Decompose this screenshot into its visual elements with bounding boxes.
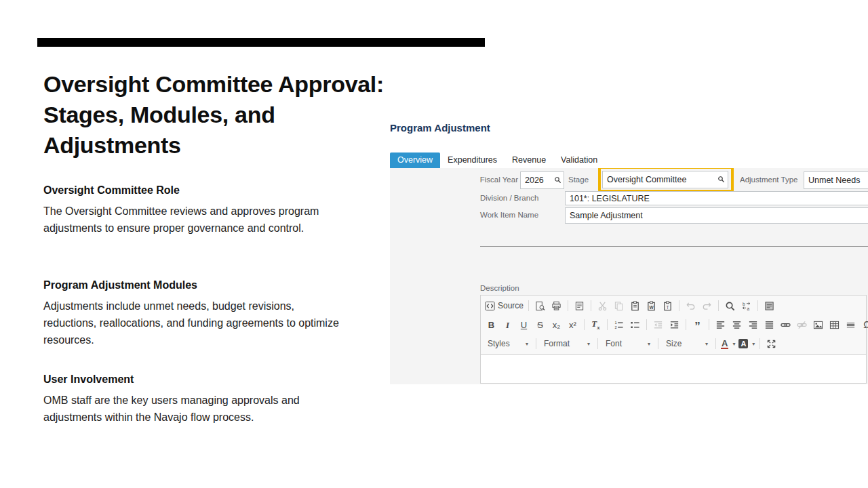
replace-button[interactable]: ba — [739, 299, 753, 312]
division-branch-label: Division / Branch — [480, 194, 538, 202]
adjustment-type-label: Adjustment Type — [740, 176, 797, 184]
find-button[interactable] — [723, 299, 737, 312]
section-oversight-committee-role: Oversight Committee Role The Oversight C… — [43, 184, 350, 237]
tab-revenue[interactable]: Revenue — [505, 152, 553, 168]
remove-format-button[interactable]: Tx — [589, 318, 603, 331]
paste-icon — [630, 301, 640, 311]
copy-button — [612, 299, 626, 312]
special-character-button[interactable]: Ω — [860, 318, 868, 331]
section-divider — [480, 246, 868, 247]
templates-button[interactable] — [572, 299, 587, 312]
text-color-button[interactable]: A▾ — [720, 337, 736, 350]
unlink-icon — [797, 320, 807, 330]
svg-text:W: W — [649, 304, 654, 309]
numbered-list-button[interactable]: 12 — [612, 318, 626, 331]
italic-button[interactable]: I — [500, 318, 515, 331]
redo-button — [700, 299, 714, 312]
table-button[interactable] — [827, 318, 842, 331]
tab-overview[interactable]: Overview — [390, 152, 440, 168]
undo-button — [684, 299, 698, 312]
cut-icon — [597, 301, 608, 311]
slide-title: Oversight Committee Approval: Stages, Mo… — [43, 69, 464, 161]
print-button[interactable] — [549, 299, 564, 312]
subscript-icon: x₂ — [553, 321, 561, 329]
size-dropdown[interactable]: Size▾ — [663, 338, 711, 350]
source-icon — [485, 301, 495, 311]
stage-input[interactable] — [602, 171, 728, 188]
select-all-icon — [764, 301, 774, 311]
background-color-button[interactable]: A▾ — [738, 337, 755, 350]
source-button-label: Source — [498, 301, 524, 310]
bulleted-list-button[interactable] — [628, 318, 642, 331]
special-character-icon: Ω — [863, 320, 868, 329]
chevron-down-icon: ▾ — [752, 341, 755, 347]
svg-text:2: 2 — [614, 325, 616, 329]
align-center-button[interactable] — [730, 318, 744, 331]
page-title: Program Adjustment — [390, 122, 490, 134]
copy-icon — [614, 301, 624, 311]
link-button[interactable] — [778, 318, 793, 331]
section-heading: Program Adjustment Modules — [43, 279, 350, 291]
paste-plain-text-button[interactable]: T — [660, 299, 675, 312]
toolbar-separator — [646, 319, 647, 330]
chevron-down-icon: ▾ — [526, 341, 528, 347]
blockquote-button[interactable]: ” — [690, 318, 705, 331]
svg-text:1: 1 — [614, 321, 616, 325]
align-right-button[interactable] — [746, 318, 760, 331]
bold-button[interactable]: B — [484, 318, 498, 331]
section-user-involvement: User Involvement OMB staff are the key u… — [43, 373, 350, 426]
horizontal-rule-button[interactable] — [844, 318, 858, 331]
division-branch-input[interactable] — [565, 191, 868, 205]
source-button[interactable]: Source — [484, 299, 524, 312]
editor-content[interactable] — [481, 355, 866, 382]
superscript-icon: x² — [569, 321, 576, 329]
work-item-name-label: Work Item Name — [480, 211, 538, 219]
align-left-button[interactable] — [713, 318, 728, 331]
accent-bar — [37, 38, 485, 47]
stage-label: Stage — [568, 176, 589, 184]
subscript-button[interactable]: x₂ — [549, 318, 564, 331]
maximize-button[interactable] — [764, 337, 778, 350]
svg-text:T: T — [667, 304, 669, 309]
paste-button[interactable] — [628, 299, 642, 312]
align-justify-icon — [764, 320, 774, 330]
italic-icon: I — [506, 321, 509, 329]
increase-indent-button[interactable] — [667, 318, 682, 331]
slide: Oversight Committee Approval: Stages, Mo… — [0, 0, 868, 488]
font-dropdown[interactable]: Font▾ — [602, 338, 654, 350]
select-all-button[interactable] — [762, 299, 776, 312]
tab-validation[interactable]: Validation — [553, 152, 605, 168]
format-dropdown[interactable]: Format▾ — [540, 338, 593, 350]
table-icon — [829, 320, 840, 330]
fiscal-year-lookup-icon[interactable] — [554, 176, 561, 184]
bulleted-list-icon — [630, 320, 640, 330]
outdent-icon — [653, 320, 663, 330]
fiscal-year-label: Fiscal Year — [455, 176, 518, 184]
preview-button[interactable] — [533, 299, 547, 312]
adjustment-type-input[interactable] — [804, 171, 868, 189]
image-button[interactable] — [811, 318, 825, 331]
paste-from-word-button[interactable]: W — [644, 299, 658, 312]
numbered-list-icon: 12 — [614, 320, 624, 330]
description-label: Description — [480, 284, 519, 292]
background-color-icon: A — [738, 339, 748, 348]
superscript-button[interactable]: x² — [566, 318, 580, 331]
strikethrough-button[interactable]: S — [533, 318, 547, 331]
align-justify-button[interactable] — [762, 318, 776, 331]
tab-expenditures[interactable]: Expenditures — [440, 152, 505, 168]
section-body: Adjustments include unmet needs, budget … — [43, 298, 350, 348]
align-center-icon — [732, 320, 742, 330]
toolbar-separator — [536, 338, 536, 349]
work-item-name-input[interactable] — [565, 207, 868, 224]
stage-lookup-icon[interactable] — [717, 176, 725, 183]
print-icon — [551, 301, 561, 311]
toolbar-separator — [718, 300, 719, 311]
maximize-icon — [766, 339, 776, 349]
styles-dropdown[interactable]: Styles▾ — [484, 338, 532, 350]
underline-button[interactable]: U — [517, 318, 531, 331]
toolbar-separator — [584, 319, 585, 330]
chevron-down-icon: ▾ — [705, 341, 708, 347]
toolbar-separator — [686, 319, 686, 330]
horizontal-rule-icon — [846, 320, 856, 330]
toolbar-separator — [757, 300, 758, 311]
